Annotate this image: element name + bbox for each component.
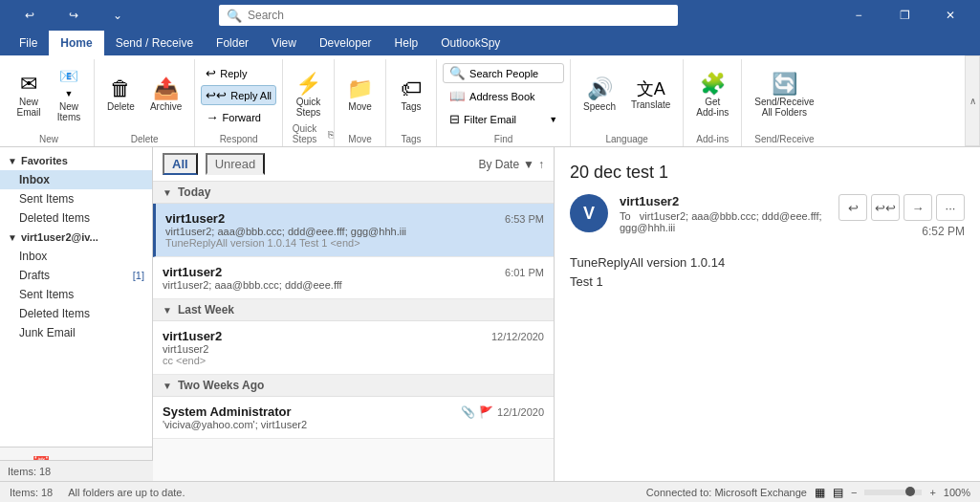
- view-switcher-2[interactable]: ▤: [833, 486, 843, 499]
- archive-button[interactable]: 📤 Archive: [143, 75, 188, 116]
- ribbon-group-tags-label: Tags: [386, 134, 436, 144]
- forward-button[interactable]: → Forward: [201, 107, 276, 127]
- tab-home[interactable]: Home: [49, 31, 103, 55]
- new-items-icon: 📧▼: [59, 69, 78, 99]
- sort-selector[interactable]: By Date ▼ ↑: [478, 158, 544, 171]
- message-item-1[interactable]: virt1user2 6:53 PM virt1user2; aaa@bbb.c…: [153, 204, 554, 257]
- preview-to-label: To: [620, 210, 631, 222]
- message-item-2[interactable]: virt1user2 6:01 PM virt1user2; aaa@bbb.c…: [153, 257, 554, 299]
- msg-to-3: virt1user2: [163, 343, 544, 355]
- tab-help[interactable]: Help: [383, 31, 430, 55]
- sidebar-item-junk[interactable]: Junk Email: [0, 323, 152, 342]
- ribbon-collapse-button[interactable]: ∧: [965, 55, 980, 146]
- minimize-button[interactable]: −: [837, 0, 881, 31]
- account-deleted-label: Deleted Items: [19, 307, 90, 320]
- tab-file[interactable]: File: [8, 31, 49, 55]
- move-btns: 📁 Move: [340, 59, 380, 131]
- sidebar-item-drafts[interactable]: Drafts [1]: [0, 266, 152, 285]
- tab-folder[interactable]: Folder: [205, 31, 260, 55]
- ribbon-group-new-label: New: [4, 134, 94, 144]
- account-label: virt1user2@iv...: [21, 231, 98, 243]
- search-icon: 🔍: [227, 9, 242, 23]
- ribbon-group-find: 🔍 Search People 📖 Address Book ⊟ Filter …: [437, 59, 571, 146]
- tags-btns: 🏷 Tags: [392, 59, 430, 131]
- message-item-3[interactable]: virt1user2 12/12/2020 virt1user2 cc <end…: [153, 321, 554, 375]
- tab-send-receive[interactable]: Send / Receive: [104, 31, 205, 55]
- tags-button[interactable]: 🏷 Tags: [392, 75, 430, 116]
- tab-unread[interactable]: Unread: [206, 153, 266, 175]
- sidebar-item-deleted-account[interactable]: Deleted Items: [0, 304, 152, 323]
- reply-all-icon: ↩↩: [206, 88, 227, 102]
- get-addins-button[interactable]: 🧩 GetAdd-ins: [689, 70, 735, 121]
- restore-button[interactable]: ❐: [882, 0, 926, 31]
- msg-preview-1: TuneReplyAll version 1.0.14 Test 1 <end>: [165, 237, 544, 249]
- send-receive-icon: 🔄: [772, 74, 797, 95]
- undo-button[interactable]: ↩: [8, 0, 52, 31]
- message-item-4[interactable]: System Administrator 📎 🚩 12/1/2020 'vici…: [153, 397, 554, 439]
- tab-view[interactable]: View: [260, 31, 308, 55]
- redo-button[interactable]: ↪: [52, 0, 96, 31]
- tab-outlookspy[interactable]: OutlookSpy: [429, 31, 512, 55]
- preview-reply-all-button[interactable]: ↩↩: [871, 194, 900, 221]
- account-header[interactable]: ▼ virt1user2@iv...: [0, 228, 152, 247]
- sort-dropdown-icon: ▼: [523, 158, 534, 171]
- addins-btns: 🧩 GetAdd-ins: [689, 59, 735, 131]
- zoom-slider[interactable]: [864, 490, 922, 495]
- inbox-label: Inbox: [19, 173, 50, 186]
- search-people-button[interactable]: 🔍 Search People: [443, 63, 564, 83]
- ribbon-group-move-label: Move: [335, 134, 385, 144]
- favorites-header[interactable]: ▼ Favorites: [0, 151, 152, 170]
- zoom-increase-button[interactable]: +: [929, 487, 935, 498]
- ribbon-group-respond: ↩ Reply ↩↩ Reply All → Forward Respond: [195, 59, 283, 146]
- view-switcher-1[interactable]: ▦: [815, 486, 825, 499]
- sent-items-label: Sent Items: [19, 192, 74, 206]
- translate-button[interactable]: 文A Translate: [624, 76, 677, 114]
- avatar: V: [570, 194, 608, 232]
- preview-forward-button[interactable]: →: [904, 194, 932, 221]
- address-book-button[interactable]: 📖 Address Book: [443, 86, 564, 106]
- tab-developer[interactable]: Developer: [308, 31, 383, 55]
- sidebar-item-inbox-account[interactable]: Inbox: [0, 247, 152, 266]
- search-people-icon: 🔍: [449, 66, 466, 80]
- preview-actions: ↩ ↩↩ → ···: [838, 194, 965, 221]
- new-items-label: NewItems: [57, 101, 80, 122]
- speech-button[interactable]: 🔊 Speech: [577, 75, 622, 116]
- quick-steps-label: QuickSteps: [296, 97, 321, 118]
- message-list-scroll[interactable]: ▼ Today virt1user2 6:53 PM virt1user2; a…: [153, 182, 554, 481]
- sidebar-item-inbox-favorites[interactable]: Inbox: [0, 170, 152, 189]
- search-input[interactable]: [248, 9, 670, 22]
- forward-label: Forward: [223, 112, 261, 123]
- tab-all[interactable]: All: [163, 153, 198, 175]
- msg-time-2: 6:01 PM: [505, 267, 544, 278]
- zoom-decrease-button[interactable]: −: [851, 487, 857, 498]
- delete-button[interactable]: 🗑 Delete: [100, 75, 142, 116]
- ribbon-btns-delete: 🗑 Delete 📤 Archive: [100, 59, 188, 131]
- move-button[interactable]: 📁 Move: [340, 75, 380, 116]
- ribbon-group-move: 📁 Move Move: [335, 59, 386, 146]
- quick-steps-button[interactable]: ⚡ QuickSteps: [289, 70, 328, 121]
- account-inbox-label: Inbox: [19, 250, 47, 263]
- items-count: Items: 18: [10, 487, 53, 498]
- preview-more-button[interactable]: ···: [936, 194, 965, 221]
- sendreceive-btns: 🔄 Send/ReceiveAll Folders: [748, 59, 820, 131]
- new-email-button[interactable]: ✉ NewEmail: [10, 70, 48, 121]
- sidebar-item-sent-favorites[interactable]: Sent Items: [0, 189, 152, 208]
- new-items-button[interactable]: 📧▼ NewItems: [50, 65, 88, 126]
- statusbar: Items: 18 All folders are up to date. Co…: [0, 481, 980, 502]
- close-button[interactable]: ✕: [928, 0, 972, 31]
- reply-all-button[interactable]: ↩↩ Reply All: [201, 85, 276, 105]
- app-body: ▼ Favorites Inbox Sent Items Deleted Ite…: [0, 147, 980, 481]
- today-chevron-icon: ▼: [163, 187, 172, 198]
- send-receive-all-button[interactable]: 🔄 Send/ReceiveAll Folders: [748, 70, 820, 121]
- move-icon: 📁: [347, 78, 373, 99]
- quick-access-more-button[interactable]: ⌄: [96, 0, 140, 31]
- preview-reply-button[interactable]: ↩: [838, 194, 867, 221]
- quicksteps-btns: ⚡ QuickSteps: [289, 59, 328, 131]
- today-label: Today: [178, 186, 210, 199]
- reply-button[interactable]: ↩ Reply: [201, 63, 276, 83]
- sidebar: ▼ Favorites Inbox Sent Items Deleted Ite…: [0, 147, 153, 481]
- move-label: Move: [348, 101, 371, 112]
- sidebar-item-sent-account[interactable]: Sent Items: [0, 285, 152, 304]
- sidebar-item-deleted-favorites[interactable]: Deleted Items: [0, 208, 152, 228]
- filter-email-button[interactable]: ⊟ Filter Email ▼: [443, 109, 564, 129]
